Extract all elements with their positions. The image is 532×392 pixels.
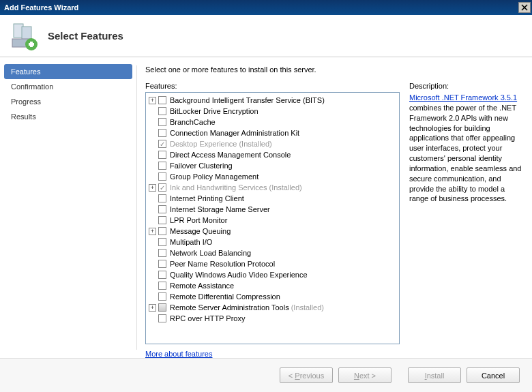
expand-spacer [149,151,156,159]
feature-checkbox[interactable] [158,303,166,312]
expand-icon[interactable]: + [149,97,156,104]
feature-checkbox[interactable] [158,249,166,257]
feature-row[interactable]: Peer Name Resolution Protocol [146,258,399,269]
sidebar-item-results[interactable]: Results [0,109,136,124]
installed-suffix: (Installed) [269,183,301,192]
description-link[interactable]: Microsoft .NET Framework 3.5.1 [409,93,517,102]
expand-spacer [149,239,156,246]
feature-checkbox[interactable] [158,292,166,301]
feature-row[interactable]: Remote Assistance [146,280,399,291]
sidebar: FeaturesConfirmationProgressResults [0,57,136,358]
feature-label: Remote Differential Compression [170,292,280,301]
feature-row[interactable]: Failover Clustering [146,160,399,171]
close-button[interactable] [518,2,531,13]
feature-label: Internet Printing Client [170,194,244,202]
description-text: Microsoft .NET Framework 3.5.1 combines … [409,93,522,204]
feature-checkbox[interactable] [158,151,166,159]
feature-checkbox[interactable] [158,282,166,290]
feature-label: Multipath I/O [170,238,212,246]
installed-suffix: (Installed) [291,303,324,312]
expand-spacer [149,130,156,137]
feature-label: Quality Windows Audio Video Experience [170,271,308,279]
feature-checkbox[interactable] [158,216,166,224]
feature-checkbox[interactable] [158,194,166,202]
feature-checkbox[interactable] [158,260,166,268]
next-button[interactable]: Next > [338,367,391,383]
titlebar: Add Features Wizard [0,0,532,15]
feature-row[interactable]: Desktop Experience (Installed) [146,138,399,149]
expand-icon[interactable]: + [149,184,156,192]
header: Select Features [0,15,532,57]
feature-row[interactable]: +Background Intelligent Transfer Service… [146,95,399,106]
feature-row[interactable]: Direct Access Management Console [146,149,399,160]
window-title: Add Features Wizard [4,3,518,12]
feature-row[interactable]: +Message Queuing [146,226,399,237]
feature-row[interactable]: Internet Storage Name Server [146,204,399,215]
feature-checkbox[interactable] [158,129,166,137]
feature-row[interactable]: Remote Differential Compression [146,291,399,302]
expand-spacer [149,293,156,301]
sidebar-item-confirmation[interactable]: Confirmation [0,79,136,94]
feature-row[interactable]: BranchCache [146,117,399,127]
feature-label: Failover Clustering [170,162,233,170]
feature-row[interactable]: +Ink and Handwriting Services (Installed… [146,182,399,193]
feature-checkbox[interactable] [158,314,166,322]
feature-row[interactable]: RPC over HTTP Proxy [146,313,399,324]
feature-label: LPR Port Monitor [170,216,227,224]
feature-checkbox[interactable] [158,205,166,213]
feature-label: Internet Storage Name Server [170,205,270,213]
feature-label: Peer Name Resolution Protocol [170,260,275,268]
feature-label: Network Load Balancing [170,249,251,257]
feature-checkbox[interactable] [158,238,166,246]
expand-spacer [149,206,156,213]
feature-checkbox[interactable] [158,140,166,148]
feature-row[interactable]: Group Policy Management [146,171,399,182]
feature-label: Background Intelligent Transfer Service … [170,96,325,104]
feature-row[interactable]: +Remote Server Administration Tools (Ins… [146,302,399,313]
installed-suffix: (Installed) [239,140,271,148]
feature-checkbox[interactable] [158,227,166,235]
feature-checkbox[interactable] [158,271,166,279]
sidebar-item-progress[interactable]: Progress [0,94,136,109]
expand-spacer [149,271,156,279]
expand-icon[interactable]: + [149,228,156,235]
close-icon [521,4,528,11]
feature-row[interactable]: Internet Printing Client [146,193,399,204]
feature-checkbox[interactable] [158,118,166,126]
feature-checkbox[interactable] [158,96,166,104]
description-panel: Description: Microsoft .NET Framework 3.… [400,82,522,358]
expand-spacer [149,282,156,290]
expand-spacer [149,173,156,181]
feature-row[interactable]: Connection Manager Administration Kit [146,127,399,138]
feature-checkbox[interactable] [158,162,166,170]
page-title: Select Features [48,30,123,42]
sidebar-item-features[interactable]: Features [4,64,132,79]
instruction-text: Select one or more features to install o… [145,65,522,74]
main-panel: Select one or more features to install o… [137,57,532,358]
feature-row[interactable]: LPR Port Monitor [146,215,399,226]
cancel-button[interactable]: Cancel [467,367,520,383]
description-body: combines the power of the .NET Framework… [409,104,521,203]
feature-checkbox[interactable] [158,183,166,192]
feature-row[interactable]: Network Load Balancing [146,247,399,258]
feature-label: Group Policy Management [170,172,258,181]
expand-spacer [149,162,156,170]
feature-label: Connection Manager Administration Kit [170,129,299,137]
feature-checkbox[interactable] [158,107,166,115]
expand-spacer [149,119,156,126]
feature-checkbox[interactable] [158,172,166,181]
feature-label: Remote Assistance [170,282,234,290]
expand-spacer [149,250,156,257]
features-tree[interactable]: +Background Intelligent Transfer Service… [145,92,400,344]
feature-row[interactable]: Multipath I/O [146,237,399,247]
expand-spacer [149,315,156,322]
install-button[interactable]: Install [408,367,461,383]
more-about-features-link[interactable]: More about features [145,350,212,358]
expand-icon[interactable]: + [149,304,156,312]
expand-spacer [149,260,156,268]
description-label: Description: [409,82,522,90]
previous-button[interactable]: < Previous [280,367,333,383]
feature-row[interactable]: BitLocker Drive Encryption [146,106,399,117]
feature-label: Ink and Handwriting Services [170,183,267,192]
feature-row[interactable]: Quality Windows Audio Video Experience [146,269,399,280]
